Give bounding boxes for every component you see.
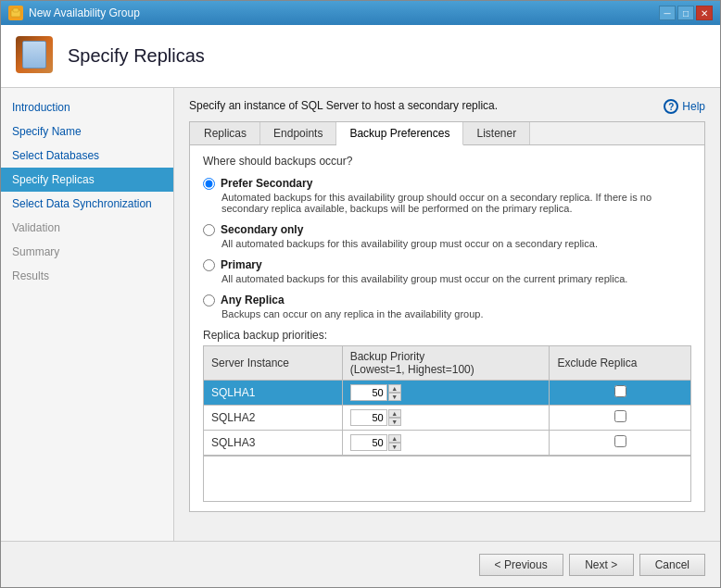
col-backup-priority: Backup Priority(Lowest=1, Highest=100) xyxy=(342,346,550,381)
table-row[interactable]: SQLHA1 ▲ ▼ xyxy=(204,381,691,406)
radio-prefer-secondary[interactable] xyxy=(203,178,215,190)
spinbox-buttons: ▲ ▼ xyxy=(388,434,401,451)
exclude-checkbox[interactable] xyxy=(614,410,626,422)
spinbox-buttons: ▲ ▼ xyxy=(388,409,401,426)
spinbox-down[interactable]: ▼ xyxy=(388,393,401,401)
any-replica-text: Any Replica xyxy=(221,294,285,307)
cancel-button[interactable]: Cancel xyxy=(639,554,705,576)
sidebar-item-introduction[interactable]: Introduction xyxy=(1,95,173,119)
close-button[interactable]: ✕ xyxy=(696,6,713,20)
header-icon xyxy=(16,36,57,77)
radio-any-replica[interactable] xyxy=(203,294,215,307)
sidebar: Introduction Specify Name Select Databas… xyxy=(1,88,174,541)
main-window: New Availability Group ─ □ ✕ Specify Rep… xyxy=(0,0,721,588)
minimize-button[interactable]: ─ xyxy=(659,6,676,20)
priority-input[interactable] xyxy=(350,384,387,401)
option-secondary-only: Secondary only All automated backups for… xyxy=(203,223,691,249)
sidebar-item-specify-name[interactable]: Specify Name xyxy=(1,119,173,144)
table-empty-area xyxy=(203,456,691,502)
sidebar-item-validation: Validation xyxy=(1,216,173,240)
radio-secondary-only-label[interactable]: Secondary only xyxy=(203,223,691,236)
primary-text: Primary xyxy=(221,258,262,271)
svg-rect-1 xyxy=(13,8,19,12)
secondary-only-desc: All automated backups for this availabil… xyxy=(221,238,691,249)
spinbox-buttons: ▲ ▼ xyxy=(388,384,401,401)
spinbox-up[interactable]: ▲ xyxy=(388,384,401,393)
radio-prefer-secondary-label[interactable]: Prefer Secondary xyxy=(203,177,691,190)
radio-primary-label[interactable]: Primary xyxy=(203,258,691,271)
window-icon xyxy=(8,6,23,20)
svg-rect-3 xyxy=(27,46,34,48)
cell-server-instance: SQLHA2 xyxy=(204,406,343,431)
header-title: Specify Replicas xyxy=(68,45,205,67)
secondary-only-text: Secondary only xyxy=(221,223,303,236)
table-header-row: Server Instance Backup Priority(Lowest=1… xyxy=(204,346,691,381)
help-link[interactable]: ? Help xyxy=(664,99,705,114)
radio-secondary-only[interactable] xyxy=(203,224,215,236)
exclude-checkbox[interactable] xyxy=(614,435,626,447)
priority-input[interactable] xyxy=(350,409,387,426)
svg-rect-5 xyxy=(27,54,36,56)
tabs-header: Replicas Endpoints Backup Preferences Li… xyxy=(190,122,704,145)
primary-desc: All automated backups for this availabil… xyxy=(221,273,691,284)
cell-exclude-replica[interactable] xyxy=(550,381,691,406)
previous-button[interactable]: < Previous xyxy=(479,554,563,576)
title-bar: New Availability Group ─ □ ✕ xyxy=(1,1,720,25)
tab-listener[interactable]: Listener xyxy=(463,122,530,144)
sidebar-item-summary: Summary xyxy=(1,240,173,264)
option-prefer-secondary: Prefer Secondary Automated backups for t… xyxy=(203,177,691,214)
tab-endpoints[interactable]: Endpoints xyxy=(260,122,336,144)
svg-rect-2 xyxy=(25,44,44,66)
main-content: Introduction Specify Name Select Databas… xyxy=(1,88,720,541)
col-server-instance: Server Instance xyxy=(204,346,343,381)
sidebar-item-select-data-sync[interactable]: Select Data Synchronization xyxy=(1,192,173,216)
radio-group-backup: Prefer Secondary Automated backups for t… xyxy=(203,177,691,319)
sidebar-item-results: Results xyxy=(1,264,173,288)
option-any-replica: Any Replica Backups can occur on any rep… xyxy=(203,294,691,319)
table-row[interactable]: SQLHA3 ▲ ▼ xyxy=(204,431,691,456)
prefer-secondary-desc: Automated backups for this availability … xyxy=(221,192,691,214)
col-exclude-replica: Exclude Replica xyxy=(550,346,691,381)
maximize-button[interactable]: □ xyxy=(677,6,694,20)
tab-replicas[interactable]: Replicas xyxy=(190,122,260,144)
radio-primary[interactable] xyxy=(203,259,215,271)
tab-content-backup-preferences: Where should backups occur? Prefer Secon… xyxy=(190,145,704,511)
description-text: Specify an instance of SQL Server to hos… xyxy=(189,99,498,112)
window-title: New Availability Group xyxy=(29,6,140,19)
spinbox-priority[interactable]: ▲ ▼ xyxy=(350,384,406,401)
where-backups-label: Where should backups occur? xyxy=(203,155,691,168)
svg-rect-4 xyxy=(27,50,38,52)
spinbox-down[interactable]: ▼ xyxy=(388,443,401,451)
title-bar-left: New Availability Group xyxy=(8,6,140,20)
content-header: Specify an instance of SQL Server to hos… xyxy=(189,99,705,114)
table-label: Replica backup priorities: xyxy=(203,329,691,342)
spinbox-priority[interactable]: ▲ ▼ xyxy=(350,409,406,426)
spinbox-up[interactable]: ▲ xyxy=(388,434,401,443)
radio-any-replica-label[interactable]: Any Replica xyxy=(203,294,691,307)
cell-exclude-replica[interactable] xyxy=(550,431,691,456)
option-primary: Primary All automated backups for this a… xyxy=(203,258,691,284)
cell-backup-priority[interactable]: ▲ ▼ xyxy=(342,431,550,456)
spinbox-priority[interactable]: ▲ ▼ xyxy=(350,434,406,451)
next-button[interactable]: Next > xyxy=(569,554,634,576)
spinbox-up[interactable]: ▲ xyxy=(388,409,401,418)
window-controls: ─ □ ✕ xyxy=(659,6,713,20)
sidebar-item-select-databases[interactable]: Select Databases xyxy=(1,144,173,168)
tab-backup-preferences[interactable]: Backup Preferences xyxy=(336,122,463,145)
help-label: Help xyxy=(682,100,705,113)
cell-server-instance: SQLHA1 xyxy=(204,381,343,406)
cell-exclude-replica[interactable] xyxy=(550,406,691,431)
table-row[interactable]: SQLHA2 ▲ ▼ xyxy=(204,406,691,431)
cell-backup-priority[interactable]: ▲ ▼ xyxy=(342,406,550,431)
table-section: Replica backup priorities: Server Instan… xyxy=(203,329,691,502)
replica-table: Server Instance Backup Priority(Lowest=1… xyxy=(203,345,691,456)
exclude-checkbox[interactable] xyxy=(614,385,626,397)
tabs-container: Replicas Endpoints Backup Preferences Li… xyxy=(189,121,705,512)
priority-input[interactable] xyxy=(350,434,387,451)
prefer-secondary-text: Prefer Secondary xyxy=(221,177,312,190)
cell-backup-priority[interactable]: ▲ ▼ xyxy=(342,381,550,406)
sidebar-item-specify-replicas[interactable]: Specify Replicas xyxy=(1,168,173,192)
content-area: Specify an instance of SQL Server to hos… xyxy=(174,88,720,541)
help-icon: ? xyxy=(664,99,678,114)
spinbox-down[interactable]: ▼ xyxy=(388,418,401,426)
